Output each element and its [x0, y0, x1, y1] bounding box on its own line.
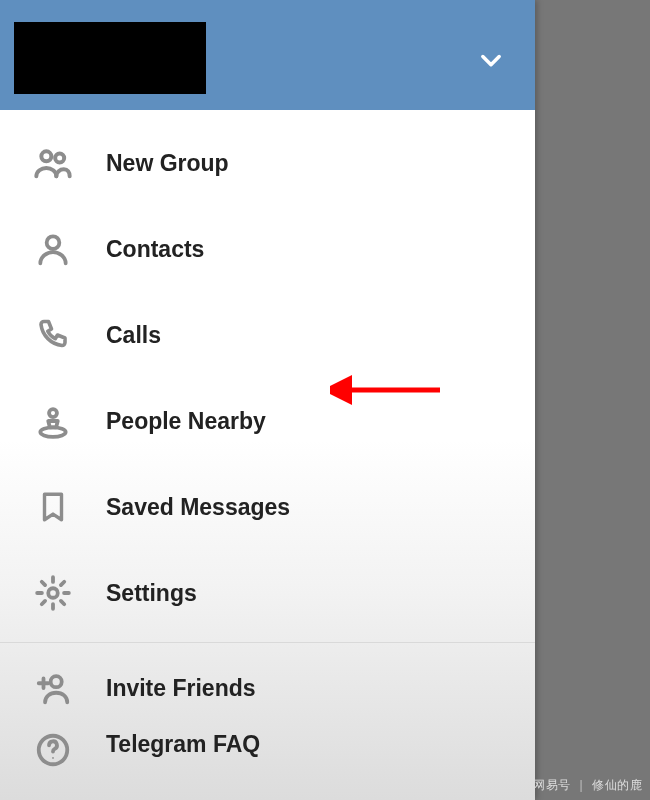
- menu-item-label: Telegram FAQ: [106, 731, 260, 758]
- menu-item-contacts[interactable]: Contacts: [0, 206, 535, 292]
- svg-point-6: [51, 676, 62, 687]
- watermark-right: 修仙的鹿: [592, 778, 642, 792]
- menu-item-saved-messages[interactable]: Saved Messages: [0, 464, 535, 550]
- menu-item-label: Invite Friends: [106, 675, 256, 702]
- menu-item-label: Saved Messages: [106, 494, 290, 521]
- menu-item-people-nearby[interactable]: People Nearby: [0, 378, 535, 464]
- watermark-left: 网易号: [533, 778, 571, 792]
- person-icon: [30, 230, 76, 268]
- svg-point-0: [41, 151, 51, 161]
- phone-icon: [30, 317, 76, 353]
- menu-item-label: Contacts: [106, 236, 204, 263]
- watermark: 网易号 | 修仙的鹿: [533, 777, 642, 794]
- menu-item-new-group[interactable]: New Group: [0, 120, 535, 206]
- menu-item-settings[interactable]: Settings: [0, 550, 535, 636]
- drawer-header: [0, 0, 535, 110]
- menu-item-label: People Nearby: [106, 408, 266, 435]
- people-nearby-icon: [30, 402, 76, 440]
- drawer-panel: New Group Contacts Calls People Nearby: [0, 0, 535, 800]
- svg-point-2: [47, 236, 60, 249]
- svg-point-3: [49, 409, 57, 417]
- svg-point-5: [48, 588, 58, 598]
- bookmark-icon: [30, 490, 76, 524]
- menu-item-label: Calls: [106, 322, 161, 349]
- menu-item-faq[interactable]: Telegram FAQ: [0, 731, 535, 791]
- drawer-menu: New Group Contacts Calls People Nearby: [0, 110, 535, 791]
- help-icon: [30, 731, 76, 769]
- people-icon: [30, 143, 76, 183]
- profile-redaction: [14, 22, 206, 94]
- menu-item-label: Settings: [106, 580, 197, 607]
- app-screenshot: New Group Contacts Calls People Nearby: [0, 0, 650, 800]
- chevron-down-icon[interactable]: [477, 46, 505, 78]
- menu-item-invite-friends[interactable]: Invite Friends: [0, 645, 535, 731]
- svg-point-8: [52, 757, 54, 759]
- menu-item-label: New Group: [106, 150, 229, 177]
- svg-point-4: [40, 427, 65, 437]
- menu-item-calls[interactable]: Calls: [0, 292, 535, 378]
- add-person-icon: [30, 669, 76, 707]
- menu-separator: [0, 642, 535, 643]
- svg-point-1: [55, 154, 64, 163]
- gear-icon: [30, 574, 76, 612]
